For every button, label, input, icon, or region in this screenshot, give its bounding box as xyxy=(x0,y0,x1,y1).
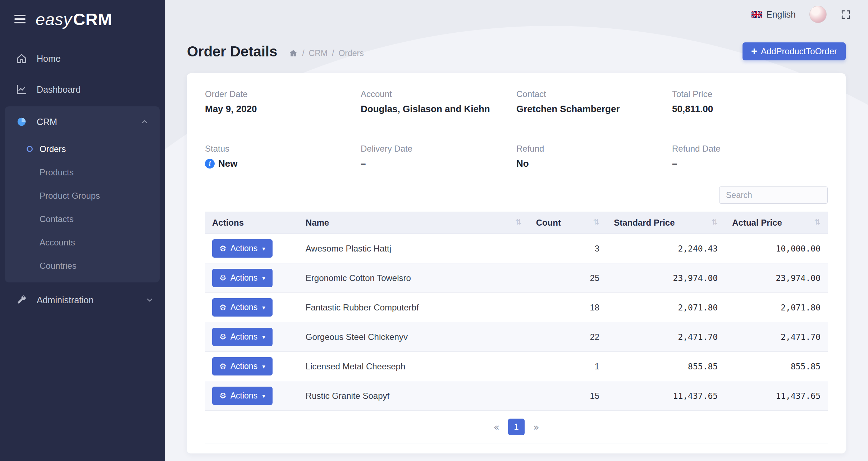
table-body: ⚙ Actions ▾ Awesome Plastic Hattj 3 2,24… xyxy=(205,234,828,411)
gear-icon: ⚙ xyxy=(219,304,227,312)
sort-icon: ⇅ xyxy=(593,218,600,226)
page-title: Order Details xyxy=(187,43,277,60)
sidebar-item-contacts[interactable]: Contacts xyxy=(5,207,160,231)
row-actions-button[interactable]: ⚙ Actions ▾ xyxy=(212,269,273,287)
actions-cell: ⚙ Actions ▾ xyxy=(205,234,298,263)
header-count[interactable]: Count⇅ xyxy=(529,212,607,234)
table-row: ⚙ Actions ▾ Licensed Metal Cheeseph 1 85… xyxy=(205,352,828,381)
row-actions-button[interactable]: ⚙ Actions ▾ xyxy=(212,387,273,405)
breadcrumb-orders[interactable]: Orders xyxy=(338,49,364,58)
header-standard-price[interactable]: Standard Price⇅ xyxy=(607,212,725,234)
field-status: Status i New xyxy=(205,144,361,169)
product-name-cell: Licensed Metal Cheeseph xyxy=(298,352,529,381)
sidebar-item-dashboard[interactable]: Dashboard xyxy=(0,74,165,105)
count-cell: 15 xyxy=(529,381,607,411)
sidebar: easyCRM Home Dashboard CRM xyxy=(0,0,165,461)
info-icon[interactable]: i xyxy=(205,159,215,169)
order-details-card: Order Date May 9, 2020 Account Douglas, … xyxy=(187,73,846,453)
order-products-table: Actions Name⇅ Count⇅ Standard Price⇅ Act… xyxy=(205,212,828,411)
actual-price-cell: 2,071.80 xyxy=(725,293,828,322)
pagination: « 1 » xyxy=(205,411,828,443)
product-name-cell: Ergonomic Cotton Towelsro xyxy=(298,263,529,293)
breadcrumb: / CRM / Orders xyxy=(289,49,364,58)
count-cell: 25 xyxy=(529,263,607,293)
gear-icon: ⚙ xyxy=(219,274,227,282)
brand-logo[interactable]: easyCRM xyxy=(36,9,112,29)
table-row: ⚙ Actions ▾ Fantastic Rubber Computerbf … xyxy=(205,293,828,322)
field-total-price: Total Price 50,811.00 xyxy=(672,89,828,115)
dashboard-icon xyxy=(15,84,28,95)
product-name-cell: Awesome Plastic Hattj xyxy=(298,234,529,263)
row-actions-button[interactable]: ⚙ Actions ▾ xyxy=(212,328,273,346)
actions-cell: ⚙ Actions ▾ xyxy=(205,352,298,381)
sort-icon: ⇅ xyxy=(712,218,718,226)
header-name[interactable]: Name⇅ xyxy=(298,212,529,234)
sidebar-item-orders[interactable]: Orders xyxy=(5,137,160,161)
row-actions-button[interactable]: ⚙ Actions ▾ xyxy=(212,298,273,317)
sidebar-item-crm[interactable]: CRM xyxy=(5,106,160,137)
header-actions: Actions xyxy=(205,212,298,234)
sidebar-nav: Home Dashboard CRM Orders Products Produ… xyxy=(0,38,165,315)
sidebar-item-products[interactable]: Products xyxy=(5,161,160,184)
language-selector[interactable]: English xyxy=(751,9,796,20)
row-actions-button[interactable]: ⚙ Actions ▾ xyxy=(212,357,273,375)
search-row xyxy=(205,186,828,204)
product-name-cell: Fantastic Rubber Computerbf xyxy=(298,293,529,322)
count-cell: 22 xyxy=(529,322,607,352)
product-name-cell: Gorgeous Steel Chickenyv xyxy=(298,322,529,352)
uk-flag-icon xyxy=(751,11,762,18)
standard-price-cell: 855.85 xyxy=(607,352,725,381)
chevron-down-icon xyxy=(145,296,154,304)
caret-down-icon: ▾ xyxy=(262,363,265,370)
caret-down-icon: ▾ xyxy=(262,275,265,282)
sidebar-item-accounts[interactable]: Accounts xyxy=(5,231,160,254)
actual-price-cell: 23,974.00 xyxy=(725,263,828,293)
table-row: ⚙ Actions ▾ Gorgeous Steel Chickenyv 22 … xyxy=(205,322,828,352)
field-refund-date: Refund Date – xyxy=(672,144,828,169)
crm-menu-group: CRM Orders Products Product Groups Conta… xyxy=(5,106,160,282)
main-area: English Order Details / CRM / Orders + A… xyxy=(165,0,868,461)
sidebar-item-product-groups[interactable]: Product Groups xyxy=(5,184,160,207)
search-input[interactable] xyxy=(719,186,828,204)
pagination-next[interactable]: » xyxy=(533,421,539,433)
actions-cell: ⚙ Actions ▾ xyxy=(205,322,298,352)
divider xyxy=(205,130,828,130)
breadcrumb-home-icon[interactable] xyxy=(289,49,298,58)
pagination-prev[interactable]: « xyxy=(493,421,499,433)
table-header-row: Actions Name⇅ Count⇅ Standard Price⇅ Act… xyxy=(205,212,828,234)
sidebar-item-administration[interactable]: Administration xyxy=(0,285,165,315)
wrench-icon xyxy=(15,295,28,305)
breadcrumb-separator: / xyxy=(332,49,334,58)
home-icon xyxy=(15,53,28,64)
row-actions-button[interactable]: ⚙ Actions ▾ xyxy=(212,239,273,258)
standard-price-cell: 2,071.80 xyxy=(607,293,725,322)
sidebar-item-home[interactable]: Home xyxy=(0,43,165,74)
breadcrumb-crm[interactable]: CRM xyxy=(309,49,328,58)
gear-icon: ⚙ xyxy=(219,363,227,370)
header-actual-price[interactable]: Actual Price⇅ xyxy=(725,212,828,234)
avatar[interactable] xyxy=(809,6,827,23)
pagination-page-1[interactable]: 1 xyxy=(508,419,525,435)
menu-toggle-icon[interactable] xyxy=(14,15,26,23)
caret-down-icon: ▾ xyxy=(262,245,265,252)
actions-cell: ⚙ Actions ▾ xyxy=(205,263,298,293)
field-account: Account Douglas, Gislason and Kiehn xyxy=(361,89,516,115)
table-row: ⚙ Actions ▾ Awesome Plastic Hattj 3 2,24… xyxy=(205,234,828,263)
gear-icon: ⚙ xyxy=(219,392,227,400)
sidebar-item-countries[interactable]: Countries xyxy=(5,254,160,277)
table-row: ⚙ Actions ▾ Rustic Granite Soapyf 15 11,… xyxy=(205,381,828,411)
caret-down-icon: ▾ xyxy=(262,392,265,400)
brand-easy: easy xyxy=(36,10,72,29)
standard-price-cell: 2,471.70 xyxy=(607,322,725,352)
brand-row: easyCRM xyxy=(0,0,165,38)
actions-cell: ⚙ Actions ▾ xyxy=(205,381,298,411)
actual-price-cell: 11,437.65 xyxy=(725,381,828,411)
fullscreen-button[interactable] xyxy=(840,9,851,20)
sidebar-item-label: Dashboard xyxy=(37,84,81,95)
standard-price-cell: 23,974.00 xyxy=(607,263,725,293)
sidebar-item-label: Administration xyxy=(37,295,93,305)
field-contact: Contact Gretchen Schamberger xyxy=(516,89,672,115)
add-product-to-order-button[interactable]: + AddProductToOrder xyxy=(743,42,846,60)
field-order-date: Order Date May 9, 2020 xyxy=(205,89,361,115)
page-content: Order Details / CRM / Orders + AddProduc… xyxy=(165,29,868,453)
